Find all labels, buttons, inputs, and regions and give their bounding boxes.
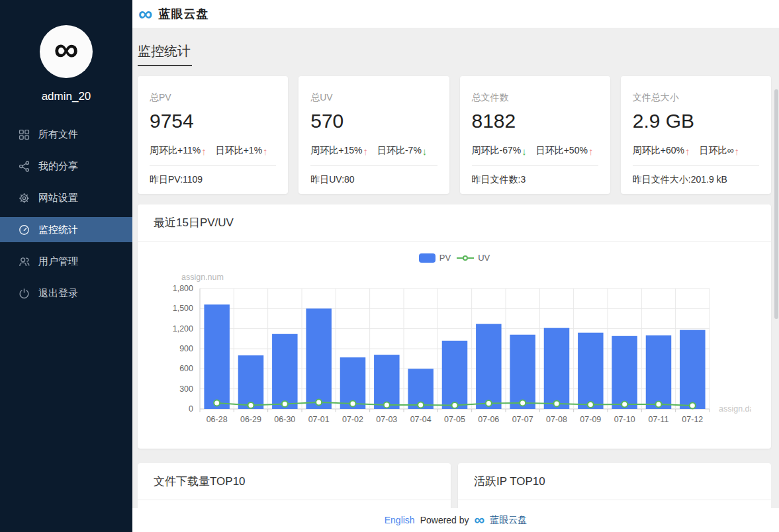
sidebar-item-logout[interactable]: 退出登录 xyxy=(0,281,132,306)
trend-arrow-icon xyxy=(588,146,594,157)
power-icon xyxy=(19,288,30,299)
svg-text:07-05: 07-05 xyxy=(444,415,465,424)
top-bar: ∞ 蓝眼云盘 xyxy=(132,0,779,28)
trend-arrow-icon xyxy=(422,146,428,157)
sidebar-item-site-settings[interactable]: 网站设置 xyxy=(0,185,132,210)
sidebar-item-user-management[interactable]: 用户管理 xyxy=(0,249,132,274)
chart-legend: PV UV xyxy=(138,253,771,263)
week-trend: 周环比-67% xyxy=(472,145,527,157)
stat-cards-row: 总PV 9754 周环比+11% 日环比+1% 昨日PV:1109 总UV 57… xyxy=(138,76,771,194)
sidebar-item-all-files[interactable]: 所有文件 xyxy=(0,122,132,147)
day-trend: 日环比∞ xyxy=(699,145,739,157)
svg-text:07-11: 07-11 xyxy=(648,415,668,424)
svg-text:07-02: 07-02 xyxy=(342,415,363,424)
trend-arrow-icon xyxy=(522,146,527,157)
stat-card-total-size: 文件总大小 2.9 GB 周环比+60% 日环比∞ 昨日文件大小:201.9 k… xyxy=(621,76,771,194)
sidebar-item-label: 监控统计 xyxy=(38,224,78,236)
content: 监控统计 总PV 9754 周环比+11% 日环比+1% 昨日PV:1109 总… xyxy=(132,28,779,508)
stat-value: 8182 xyxy=(472,110,598,132)
day-trend: 日环比+1% xyxy=(216,145,268,157)
sidebar-item-label: 退出登录 xyxy=(38,287,78,300)
footer-brand-link[interactable]: 蓝眼云盘 xyxy=(490,514,527,526)
svg-text:assign.date: assign.date xyxy=(719,404,751,414)
svg-text:06-29: 06-29 xyxy=(240,415,261,424)
svg-text:07-03: 07-03 xyxy=(376,415,397,424)
sidebar-item-monitor-stats[interactable]: 监控统计 xyxy=(0,217,132,242)
active-ip-top10-card: 活跃IP TOP10 xyxy=(458,463,771,508)
stat-value: 2.9 GB xyxy=(633,110,759,132)
stat-label: 总文件数 xyxy=(472,92,598,104)
footer-logo-icon: ∞ xyxy=(475,515,485,524)
svg-text:07-10: 07-10 xyxy=(614,415,635,424)
footer: English Powered by ∞ 蓝眼云盘 xyxy=(132,508,779,532)
trend-arrow-icon xyxy=(263,146,268,157)
svg-text:300: 300 xyxy=(179,384,193,394)
brand-logo-icon[interactable]: ∞ xyxy=(138,6,152,22)
svg-text:0: 0 xyxy=(189,404,193,414)
svg-text:900: 900 xyxy=(179,344,193,353)
stat-label: 总PV xyxy=(150,92,276,104)
gauge-icon xyxy=(19,224,30,236)
stat-label: 文件总大小 xyxy=(633,92,759,104)
svg-text:600: 600 xyxy=(179,364,193,373)
language-link[interactable]: English xyxy=(385,515,415,525)
day-trend: 日环比+50% xyxy=(536,145,594,157)
sidebar-item-label: 所有文件 xyxy=(38,128,78,141)
legend-item-uv[interactable]: UV xyxy=(457,253,490,263)
uv-legend-line-icon xyxy=(457,257,474,259)
trend-arrow-icon xyxy=(363,146,368,157)
day-trend: 日环比-7% xyxy=(377,145,427,157)
stat-card-uv: 总UV 570 周环比+15% 日环比-7% 昨日UV:80 xyxy=(298,76,449,194)
download-top10-title: 文件下载量TOP10 xyxy=(138,463,451,500)
svg-text:07-01: 07-01 xyxy=(308,415,330,424)
sidebar-nav: 所有文件 我的分享 xyxy=(0,122,132,312)
stat-footer: 昨日文件数:3 xyxy=(472,174,598,186)
brand-title[interactable]: 蓝眼云盘 xyxy=(158,6,208,22)
svg-text:1,200: 1,200 xyxy=(173,324,193,333)
avatar-logo-icon: ∞ xyxy=(54,32,78,66)
sidebar-item-my-shares[interactable]: 我的分享 xyxy=(0,154,132,179)
active-ip-top10-title: 活跃IP TOP10 xyxy=(458,463,771,500)
svg-text:07-04: 07-04 xyxy=(410,415,432,424)
svg-text:07-12: 07-12 xyxy=(682,415,703,424)
stat-label: 总UV xyxy=(310,92,437,104)
share-icon xyxy=(19,161,30,172)
trend-arrow-icon xyxy=(201,146,206,157)
pvuv-chart: 03006009001,2001,5001,80006-2806-2906-30… xyxy=(152,265,751,429)
svg-text:07-08: 07-08 xyxy=(546,415,567,424)
svg-text:assign.num: assign.num xyxy=(181,273,224,282)
svg-text:07-09: 07-09 xyxy=(580,415,601,424)
svg-text:07-07: 07-07 xyxy=(512,415,533,424)
main-area: ∞ 蓝眼云盘 监控统计 总PV 9754 周环比+11% 日环比+1% 昨日PV… xyxy=(132,0,779,532)
trend-arrow-icon xyxy=(685,146,690,157)
sidebar-item-label: 我的分享 xyxy=(38,160,78,173)
username: admin_20 xyxy=(0,90,132,103)
stat-card-pv: 总PV 9754 周环比+11% 日环比+1% 昨日PV:1109 xyxy=(138,76,288,194)
grid-icon xyxy=(19,129,30,140)
powered-by-text: Powered by xyxy=(420,515,469,525)
avatar: ∞ xyxy=(40,25,93,78)
stat-footer: 昨日UV:80 xyxy=(310,174,437,186)
legend-item-pv[interactable]: PV xyxy=(419,253,451,263)
pv-legend-swatch-icon xyxy=(419,253,435,263)
svg-text:06-30: 06-30 xyxy=(274,415,295,424)
trend-arrow-icon xyxy=(734,146,739,157)
download-top10-card: 文件下载量TOP10 xyxy=(138,463,451,508)
sidebar-item-label: 用户管理 xyxy=(38,255,78,268)
sidebar-item-label: 网站设置 xyxy=(38,192,78,204)
pvuv-chart-card: 最近15日PV/UV PV UV 03006009001,2001,5001,8… xyxy=(138,204,771,449)
page-title: 监控统计 xyxy=(138,42,192,66)
week-trend: 周环比+11% xyxy=(150,145,206,157)
week-trend: 周环比+15% xyxy=(310,145,368,157)
scrollbar-thumb[interactable] xyxy=(774,89,778,319)
svg-text:1,800: 1,800 xyxy=(173,284,193,293)
stat-footer: 昨日文件大小:201.9 kB xyxy=(633,174,759,186)
svg-text:07-06: 07-06 xyxy=(478,415,499,424)
top10-cards-row: 文件下载量TOP10 活跃IP TOP10 xyxy=(138,463,771,508)
sidebar: ∞ admin_20 所有文件 我的分享 xyxy=(0,0,132,532)
week-trend: 周环比+60% xyxy=(633,145,690,157)
svg-text:06-28: 06-28 xyxy=(206,415,228,424)
chart-card-title: 最近15日PV/UV xyxy=(138,204,771,242)
stat-value: 9754 xyxy=(150,110,276,132)
stat-value: 570 xyxy=(310,110,437,132)
